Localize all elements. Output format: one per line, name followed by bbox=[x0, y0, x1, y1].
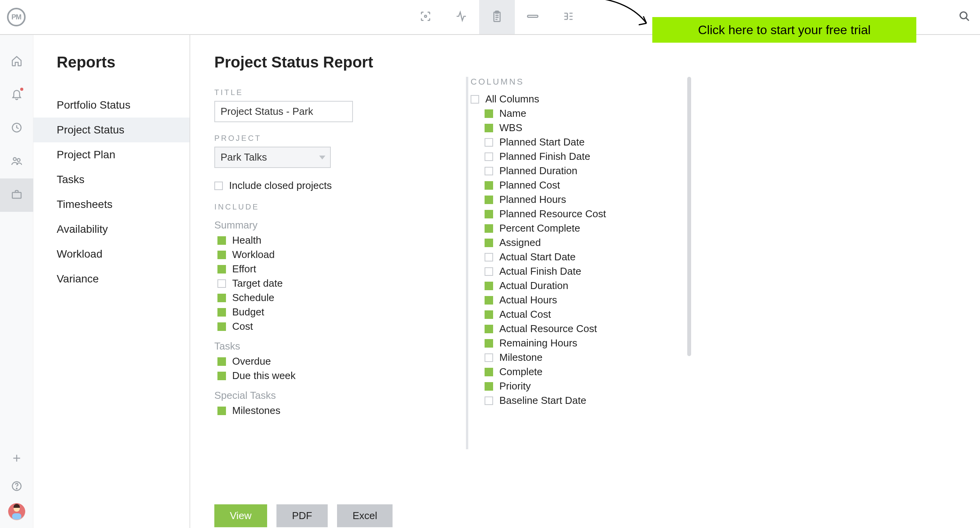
excel-button[interactable]: Excel bbox=[337, 504, 393, 527]
rail-help[interactable] bbox=[0, 473, 33, 501]
checkbox-label: Name bbox=[499, 107, 526, 119]
top-tab-activity[interactable] bbox=[443, 0, 479, 34]
top-tab-hierarchy[interactable] bbox=[551, 0, 586, 34]
link-icon bbox=[526, 10, 539, 24]
home-icon bbox=[11, 55, 23, 68]
svg-point-10 bbox=[16, 488, 17, 489]
columns-scrollbar[interactable] bbox=[687, 77, 691, 449]
view-button[interactable]: View bbox=[214, 504, 267, 527]
top-tab-link[interactable] bbox=[515, 0, 551, 34]
column-actual-cost-checkbox[interactable]: Actual Cost bbox=[485, 308, 691, 320]
checkbox-label: All Columns bbox=[485, 93, 539, 105]
checkbox-label: Schedule bbox=[232, 292, 274, 304]
checkbox-icon bbox=[471, 95, 479, 104]
chevron-down-icon bbox=[319, 156, 325, 159]
top-tab-clipboard[interactable] bbox=[479, 0, 515, 34]
column-all-checkbox[interactable]: All Columns bbox=[471, 93, 691, 105]
sidebar-title: Reports bbox=[57, 54, 189, 71]
reports-sidebar: Reports Portfolio StatusProject StatusPr… bbox=[33, 35, 190, 528]
column-assigned-checkbox[interactable]: Assigned bbox=[485, 237, 691, 249]
column-planned-cost-checkbox[interactable]: Planned Cost bbox=[485, 179, 691, 191]
column-actual-duration-checkbox[interactable]: Actual Duration bbox=[485, 280, 691, 292]
checkbox-icon bbox=[217, 308, 226, 317]
column-complete-checkbox[interactable]: Complete bbox=[485, 366, 691, 378]
top-tab-scan[interactable] bbox=[408, 0, 443, 34]
checkbox-label: Actual Finish Date bbox=[499, 265, 581, 277]
include-closed-checkbox[interactable]: Include closed projects bbox=[214, 180, 467, 192]
search-button[interactable] bbox=[957, 9, 972, 25]
include-summary-schedule-checkbox[interactable]: Schedule bbox=[217, 292, 467, 304]
sidebar-item-project-status[interactable]: Project Status bbox=[33, 118, 189, 142]
include-summary-health-checkbox[interactable]: Health bbox=[217, 234, 467, 246]
top-tab-group bbox=[408, 0, 586, 34]
avatar-icon bbox=[8, 503, 25, 520]
checkbox-label: Planned Duration bbox=[499, 165, 577, 177]
column-percent-complete-checkbox[interactable]: Percent Complete bbox=[485, 222, 691, 234]
checkbox-icon bbox=[217, 372, 226, 380]
column-actual-resource-cost-checkbox[interactable]: Actual Resource Cost bbox=[485, 323, 691, 335]
column-milestone-checkbox[interactable]: Milestone bbox=[485, 351, 691, 364]
svg-rect-3 bbox=[528, 15, 538, 17]
report-title-input[interactable] bbox=[214, 101, 353, 122]
scrollbar-thumb[interactable] bbox=[687, 77, 691, 356]
include-special-milestones-checkbox[interactable]: Milestones bbox=[217, 405, 467, 417]
notification-dot-icon bbox=[20, 88, 23, 91]
project-select[interactable]: Park Talks bbox=[214, 147, 331, 168]
include-summary-cost-checkbox[interactable]: Cost bbox=[217, 320, 467, 332]
column-name-checkbox[interactable]: Name bbox=[485, 107, 691, 119]
checkbox-label: Actual Hours bbox=[499, 294, 557, 306]
search-icon bbox=[959, 10, 970, 24]
column-actual-finish-date-checkbox[interactable]: Actual Finish Date bbox=[485, 265, 691, 277]
checkbox-icon bbox=[217, 357, 226, 366]
include-summary-budget-checkbox[interactable]: Budget bbox=[217, 306, 467, 318]
pdf-button[interactable]: PDF bbox=[276, 504, 328, 527]
column-planned-finish-date-checkbox[interactable]: Planned Finish Date bbox=[485, 151, 691, 163]
checkbox-icon bbox=[217, 279, 226, 288]
rail-bottom-group bbox=[0, 445, 33, 528]
include-summary-workload-checkbox[interactable]: Workload bbox=[217, 249, 467, 261]
include-summary-effort-checkbox[interactable]: Effort bbox=[217, 263, 467, 275]
include-summary-target-date-checkbox[interactable]: Target date bbox=[217, 277, 467, 289]
include-closed-label: Include closed projects bbox=[229, 180, 332, 192]
include-tasks-overdue-checkbox[interactable]: Overdue bbox=[217, 355, 467, 367]
checkbox-icon bbox=[217, 322, 226, 331]
checkbox-icon bbox=[485, 339, 493, 348]
rail-recent[interactable] bbox=[0, 112, 33, 145]
checkbox-icon bbox=[485, 196, 493, 204]
column-baseline-start-date-checkbox[interactable]: Baseline Start Date bbox=[485, 395, 691, 407]
column-priority-checkbox[interactable]: Priority bbox=[485, 380, 691, 392]
rail-home[interactable] bbox=[0, 45, 33, 78]
column-planned-hours-checkbox[interactable]: Planned Hours bbox=[485, 194, 691, 206]
column-planned-resource-cost-checkbox[interactable]: Planned Resource Cost bbox=[485, 208, 691, 220]
sidebar-item-project-plan[interactable]: Project Plan bbox=[57, 142, 189, 167]
checkbox-label: Baseline Start Date bbox=[499, 395, 586, 407]
app-logo: PM bbox=[7, 8, 26, 26]
user-avatar[interactable] bbox=[8, 503, 25, 520]
rail-team[interactable] bbox=[0, 145, 33, 178]
column-planned-start-date-checkbox[interactable]: Planned Start Date bbox=[485, 136, 691, 148]
checkbox-label: Planned Finish Date bbox=[499, 151, 590, 163]
help-icon bbox=[11, 480, 23, 493]
checkbox-icon bbox=[485, 353, 493, 362]
sidebar-item-timesheets[interactable]: Timesheets bbox=[57, 192, 189, 217]
column-actual-hours-checkbox[interactable]: Actual Hours bbox=[485, 294, 691, 306]
rail-notifications[interactable] bbox=[0, 78, 33, 112]
rail-portfolio[interactable] bbox=[0, 178, 33, 212]
rail-add[interactable] bbox=[0, 445, 33, 473]
sidebar-item-portfolio-status[interactable]: Portfolio Status bbox=[57, 93, 189, 118]
column-actual-start-date-checkbox[interactable]: Actual Start Date bbox=[485, 251, 691, 263]
checkbox-label: Milestone bbox=[499, 351, 542, 364]
column-planned-duration-checkbox[interactable]: Planned Duration bbox=[485, 165, 691, 177]
checkbox-icon bbox=[485, 181, 493, 190]
sidebar-item-variance[interactable]: Variance bbox=[57, 267, 189, 291]
sidebar-item-workload[interactable]: Workload bbox=[57, 242, 189, 267]
checkbox-icon bbox=[485, 296, 493, 305]
sidebar-item-availability[interactable]: Availability bbox=[57, 217, 189, 242]
column-wbs-checkbox[interactable]: WBS bbox=[485, 122, 691, 134]
include-tasks-due-this-week-checkbox[interactable]: Due this week bbox=[217, 370, 467, 382]
columns-section-label: COLUMNS bbox=[471, 77, 691, 87]
checkbox-label: Actual Start Date bbox=[499, 251, 576, 263]
column-remaining-hours-checkbox[interactable]: Remaining Hours bbox=[485, 337, 691, 349]
checkbox-icon bbox=[485, 325, 493, 333]
sidebar-item-tasks[interactable]: Tasks bbox=[57, 167, 189, 192]
